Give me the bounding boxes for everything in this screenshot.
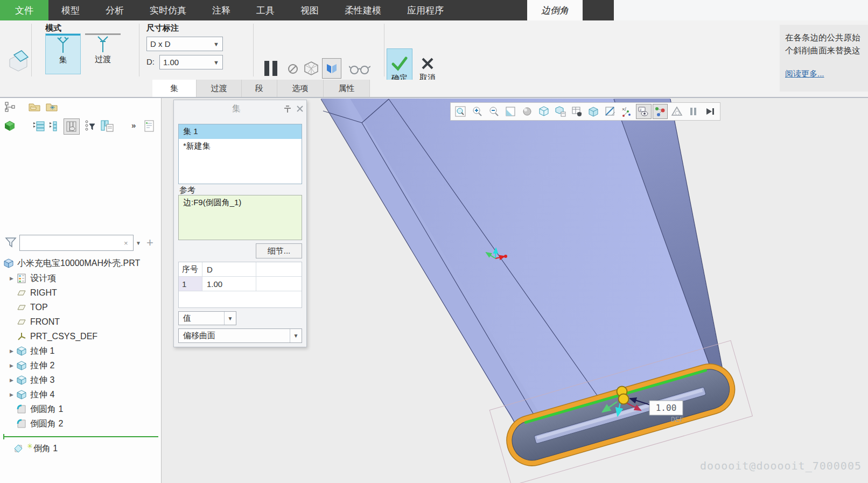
zoom-out-icon[interactable] bbox=[486, 104, 502, 119]
insert-locator-line[interactable] bbox=[3, 436, 158, 437]
extrude-icon bbox=[16, 375, 27, 386]
saved-orientations-icon[interactable] bbox=[552, 104, 568, 119]
new-set-item[interactable]: *新建集 bbox=[179, 139, 302, 153]
menu-view[interactable]: 视图 bbox=[288, 0, 332, 20]
shading-style-icon[interactable] bbox=[520, 104, 535, 119]
pause-refit-icon[interactable] bbox=[685, 104, 701, 119]
measure-surface-dropdown[interactable]: 偏移曲面 ▼ bbox=[178, 328, 302, 343]
tab-pieces[interactable]: 段 bbox=[242, 80, 277, 97]
display-style-icon[interactable] bbox=[536, 104, 551, 119]
tab-edge-chamfer[interactable]: 边倒角 bbox=[527, 0, 583, 20]
tree-item-part[interactable]: 小米充电宝10000MAH外壳.PRT bbox=[0, 256, 162, 270]
table-cell-seq[interactable]: 1 bbox=[179, 277, 202, 291]
d-value-combo[interactable]: 1.00 ▼ bbox=[159, 55, 223, 69]
transitions-mode-button[interactable]: 过渡 bbox=[85, 33, 121, 74]
tab-transitions[interactable]: 过渡 bbox=[197, 80, 242, 97]
tree-item-right-plane[interactable]: RIGHT bbox=[0, 286, 162, 300]
tree-collapse-icon[interactable] bbox=[48, 121, 60, 131]
chevron-down-icon[interactable]: ▼ bbox=[224, 312, 236, 325]
more-tools-expander[interactable]: » bbox=[131, 121, 136, 130]
menu-model[interactable]: 模型 bbox=[48, 0, 93, 20]
tree-item-front-plane[interactable]: FRONT bbox=[0, 315, 162, 329]
value-type-dropdown[interactable]: 值 ▼ bbox=[178, 311, 236, 325]
section-icon[interactable] bbox=[603, 104, 618, 119]
expand-arrow-icon[interactable]: ▶ bbox=[10, 276, 16, 281]
filter-clear-icon[interactable]: × bbox=[124, 239, 128, 247]
pin-icon[interactable] bbox=[283, 104, 292, 114]
menu-applications[interactable]: 应用程序 bbox=[394, 0, 457, 20]
favorites-folder-icon[interactable]: ✳ bbox=[45, 100, 59, 113]
menu-file[interactable]: 文件 bbox=[0, 0, 48, 20]
no-preview-button[interactable] bbox=[287, 63, 299, 77]
sets-dialog-titlebar[interactable]: 集 bbox=[174, 100, 306, 117]
tree-item-extrude-3[interactable]: ▶ 拉伸 3 bbox=[0, 373, 162, 387]
tab-properties[interactable]: 属性 bbox=[324, 80, 370, 97]
unattached-preview-button[interactable] bbox=[303, 60, 319, 79]
sets-mode-button[interactable]: 集 bbox=[45, 33, 81, 74]
tree-item-round-1[interactable]: 倒圆角 1 bbox=[0, 402, 162, 416]
expand-arrow-icon[interactable]: ▶ bbox=[10, 392, 16, 397]
menu-flex-modeling[interactable]: 柔性建模 bbox=[332, 0, 394, 20]
dimension-tooltip[interactable]: 1.00 bbox=[649, 401, 683, 415]
tree-item-round-2[interactable]: 倒圆角 2 bbox=[0, 417, 162, 431]
extrude-icon bbox=[16, 346, 27, 356]
tree-item-chamfer-1[interactable]: ✳ 倒角 1 bbox=[0, 442, 162, 456]
expand-arrow-icon[interactable]: ▶ bbox=[10, 348, 16, 354]
tree-filter-input[interactable] bbox=[19, 235, 134, 251]
folder-browser-icon[interactable] bbox=[28, 100, 42, 113]
tab-options[interactable]: 选项 bbox=[277, 80, 324, 97]
menu-analysis[interactable]: 分析 bbox=[93, 0, 137, 20]
spin-center-icon[interactable] bbox=[653, 104, 668, 119]
reference-item[interactable]: 边:F9(倒圆角_1) bbox=[179, 195, 302, 208]
menu-tools[interactable]: 工具 bbox=[243, 0, 288, 20]
verify-glasses-button[interactable] bbox=[349, 64, 370, 78]
close-icon[interactable] bbox=[296, 104, 304, 113]
datum-display-icon[interactable]: ×/ bbox=[619, 104, 635, 119]
tree-settings-icon[interactable] bbox=[100, 120, 114, 132]
graphics-toolbar: ×/ z bbox=[450, 102, 720, 121]
expand-arrow-icon[interactable]: ▶ bbox=[10, 363, 16, 368]
view-manager-icon[interactable] bbox=[569, 104, 585, 119]
tree-item-extrude-4[interactable]: ▶ 拉伸 4 bbox=[0, 388, 162, 402]
chamfer-icon bbox=[13, 443, 24, 454]
menu-live-sim[interactable]: 实时仿真 bbox=[137, 0, 199, 20]
tree-item-extrude-2[interactable]: ▶ 拉伸 2 bbox=[0, 359, 162, 373]
tree-item-top-plane[interactable]: TOP bbox=[0, 300, 162, 314]
part-display-icon[interactable] bbox=[3, 120, 16, 132]
details-button[interactable]: 细节... bbox=[256, 243, 302, 258]
table-cell-d[interactable]: 1.00 bbox=[202, 277, 256, 291]
read-more-link[interactable]: 阅读更多... bbox=[785, 69, 824, 79]
tree-report-icon[interactable] bbox=[143, 120, 156, 134]
model-tree-tab-icon[interactable] bbox=[4, 101, 16, 113]
annotation-display-icon[interactable]: z bbox=[636, 104, 652, 119]
menu-annotate[interactable]: 注释 bbox=[199, 0, 243, 20]
transitions-mode-label: 过渡 bbox=[95, 54, 111, 65]
expand-arrow-icon[interactable]: ▶ bbox=[10, 377, 16, 383]
fillet-icon bbox=[16, 404, 27, 415]
perspective-icon[interactable] bbox=[586, 104, 601, 119]
filter-funnel-icon bbox=[4, 236, 17, 249]
chevron-down-icon[interactable]: ▼ bbox=[290, 329, 302, 342]
tree-item-design-items[interactable]: ▶ 设计项 bbox=[0, 271, 162, 285]
zoom-fit-icon[interactable] bbox=[453, 104, 468, 119]
set-list-item[interactable]: 集 1 bbox=[179, 124, 302, 139]
add-filter-icon[interactable]: + bbox=[146, 236, 153, 250]
pause-tool-button[interactable] bbox=[262, 59, 281, 80]
ribbon: 模式 集 过渡 尺寸标注 D x D ▼ D: 1.00 ▼ 确定 取消 bbox=[0, 20, 868, 80]
analysis-overlay-icon[interactable] bbox=[669, 104, 684, 119]
sets-dialog: 集 集 1 *新建集 参考 边:F9(倒圆角_1) 细节... 序号 D 1 1… bbox=[173, 100, 307, 347]
table-row[interactable]: 1 1.00 bbox=[179, 277, 302, 291]
repaint-icon[interactable] bbox=[503, 104, 519, 119]
dimension-scheme-select[interactable]: D x D ▼ bbox=[146, 37, 223, 51]
filter-dropdown-icon[interactable]: ▼ bbox=[136, 240, 141, 246]
tab-sets[interactable]: 集 bbox=[152, 80, 197, 97]
tree-filter-icon[interactable] bbox=[84, 120, 97, 132]
tree-item-extrude-1[interactable]: ▶ 拉伸 1 bbox=[0, 344, 162, 358]
tree-list-icon[interactable] bbox=[32, 121, 45, 131]
zoom-in-icon[interactable] bbox=[470, 104, 485, 119]
chamfer-drag-handle[interactable] bbox=[617, 387, 629, 404]
tree-item-csys[interactable]: PRT_CSYS_DEF bbox=[0, 330, 162, 344]
tree-columns-icon[interactable] bbox=[64, 118, 80, 135]
geometry-preview-button[interactable] bbox=[322, 58, 341, 79]
resume-icon[interactable] bbox=[702, 104, 718, 119]
